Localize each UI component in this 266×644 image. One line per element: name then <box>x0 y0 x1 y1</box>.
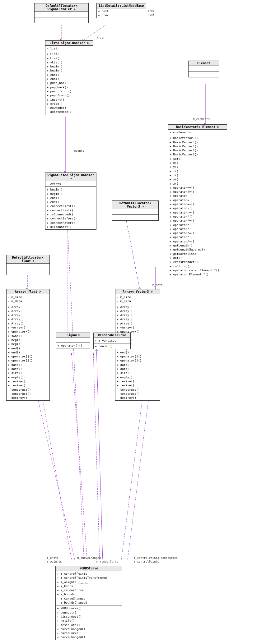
label-m-elements: m_elements <box>193 117 210 121</box>
svg-line-15 <box>67 214 84 559</box>
basic-vector3-section1: - m_elements <box>168 130 227 135</box>
renderable-curve-box: RenderableCurve + m_vertices + render() <box>93 333 131 349</box>
array-float-box: Array< float > - m_size - m_data + Array… <box>6 289 50 401</box>
default-allocator-signal-handler-section1 <box>35 12 88 17</box>
list-method-begin2: + begin() <box>47 68 92 72</box>
signal0-section2: + operator()() <box>56 343 90 348</box>
list-method-list1: + List() <box>47 52 92 56</box>
label-m-weights: m_weights <box>47 560 62 563</box>
default-allocator-float-box: DefaultAllocator< float > <box>6 255 50 275</box>
label-list: /list <box>96 37 105 40</box>
signal-base-begin2: + begin() <box>47 192 95 196</box>
array-vector3-section1: - m_size - m_data <box>115 294 160 304</box>
element-section2 <box>189 71 219 77</box>
signal-base-events: - events <box>47 182 95 186</box>
svg-line-11 <box>72 353 87 559</box>
list-signal-handler-title: List< SignalHandler > <box>45 41 93 46</box>
list-method-popfront: + pop_front() <box>47 93 92 97</box>
nurbs-curve-title: NURBSCurve <box>56 566 122 571</box>
element-title: Element <box>189 61 219 66</box>
signal-base-section1: - events <box>45 181 96 187</box>
list-signal-handler-section1: - list <box>45 46 93 51</box>
list-method-end2: + end() <box>47 77 92 81</box>
array-float-section2: + Array() + Array() + Array() + Array() … <box>7 304 49 401</box>
default-allocator-vector3-section1 <box>112 209 158 215</box>
default-allocator-signal-handler-box: DefaultAllocator< SignalHandler > <box>34 3 89 23</box>
list-method-erase: + erase() <box>47 102 92 106</box>
list-detail-list-node-base-box: ListDetail::ListNodeBase + next + prev <box>96 3 146 18</box>
array-vector3-title: Array< Vector3 > <box>115 289 160 294</box>
default-allocator-float-title: DefaultAllocator< float > <box>7 255 49 264</box>
label-m-knots: m_knots <box>47 556 58 559</box>
signal-base-section2: + begin() + begin() + end() + end() + co… <box>45 187 96 229</box>
label-prev: prev <box>148 9 155 12</box>
list-method-dlist: + ~List() <box>47 60 92 64</box>
list-detail-item-prev: + prev <box>98 13 145 17</box>
signal-base-connectlast: + connectLast() <box>47 208 95 212</box>
nurbs-curve-box: NURBSCurve + m_controlPoints + m_control… <box>55 566 122 640</box>
label-m-render-curve: m_renderCurve <box>96 560 118 563</box>
signal-base-connectbefore: + connectBefore() <box>47 216 95 220</box>
signal-base-connectfirst: + connectFirst() <box>47 204 95 208</box>
array-float-title: Array< float > <box>7 289 49 294</box>
list-detail-section: + next + prev <box>97 8 146 18</box>
default-allocator-float-section2 <box>7 269 49 275</box>
renderable-curve-section1: + m_vertices <box>94 338 130 343</box>
label-next: next <box>148 13 155 16</box>
basic-vector3-m-elements: - m_elements <box>170 130 226 134</box>
array-float-section1: - m_size - m_data <box>7 294 49 304</box>
list-method-begin1: + begin() <box>47 64 92 68</box>
signal-base-connectafter: + connectAfter() <box>47 221 95 225</box>
nurbs-curve-section2: + NURBSCurve() + connect() + disconnect(… <box>56 605 122 640</box>
default-allocator-float-section1 <box>7 264 49 269</box>
list-detail-item-next: + next <box>98 9 145 13</box>
list-method-pushfront: + push_front() <box>47 89 92 93</box>
signal-base-isconnected: + isConnected() <box>47 212 95 216</box>
default-allocator-vector3-box: DefaultAllocator< Vector3 > <box>112 200 159 221</box>
renderable-curve-title: RenderableCurve <box>94 333 130 338</box>
svg-line-12 <box>93 353 100 559</box>
list-field: - list <box>47 46 92 50</box>
element-section1 <box>189 66 219 71</box>
element-box: Element <box>188 61 219 77</box>
label-events: events <box>74 149 84 152</box>
basic-vector3-section2: + BasicVector3() + BasicVector3() + Basi… <box>168 135 227 277</box>
basic-vector3-element-box: BasicVector3< Element > - m_elements + B… <box>168 124 227 277</box>
list-method-popback: + pop_back() <box>47 85 92 89</box>
signal-base-begin1: + begin() <box>47 187 95 191</box>
default-allocator-vector3-title: DefaultAllocator< Vector3 > <box>112 201 158 209</box>
svg-line-4 <box>125 216 140 291</box>
svg-line-8 <box>96 348 103 559</box>
label-m-control-points-transformed: m_controlPointsTransformed <box>134 556 178 559</box>
signal-base-title: SignalBase< SignalHandler > <box>45 173 96 181</box>
renderable-curve-section2: + render() <box>94 343 130 349</box>
list-method-insert: + insert() <box>47 98 92 102</box>
list-method-deletenode: - deleteNode() <box>47 110 92 114</box>
list-method-pushback: + push_back() <box>47 81 92 85</box>
label-m-data: m_data <box>152 283 163 287</box>
list-method-end1: + end() <box>47 73 92 77</box>
signal-base-disconnect: + disconnect() <box>47 225 95 229</box>
list-method-newnode: - newNode() <box>47 106 92 110</box>
signal-base-end2: + end() <box>47 200 95 204</box>
default-allocator-signal-handler-section2 <box>35 17 88 23</box>
array-vector3-section2: + Array() + Array() + Array() + Array() … <box>115 304 160 401</box>
list-method-list2: + List() <box>47 56 92 60</box>
signal0-section1 <box>56 338 90 343</box>
list-signal-handler-box: List< SignalHandler > - list + List() + … <box>45 40 93 115</box>
basic-vector3-title: BasicVector3< Element > <box>168 125 227 130</box>
default-allocator-vector3-section2 <box>112 215 158 220</box>
list-signal-handler-section2: + List() + List() + ~List() + begin() + … <box>45 51 93 114</box>
signal-base-end1: + end() <box>47 196 95 200</box>
label-bounds: bounds <box>78 582 88 585</box>
signal0-box: Signal0 + operator()() <box>56 333 90 348</box>
label-m-control-points: m_controlPoints <box>134 560 159 563</box>
label-m-curve-changed: m_curveChanged <box>77 556 101 559</box>
signal-base-box: SignalBase< SignalHandler > - events + b… <box>45 172 96 230</box>
list-detail-title: ListDetail::ListNodeBase <box>97 3 146 8</box>
nurbs-curve-section1: + m_controlPoints + m_controlPointsTrans… <box>56 571 122 605</box>
signal0-title: Signal0 <box>56 333 90 338</box>
default-allocator-signal-handler-title: DefaultAllocator< SignalHandler > <box>35 3 88 12</box>
